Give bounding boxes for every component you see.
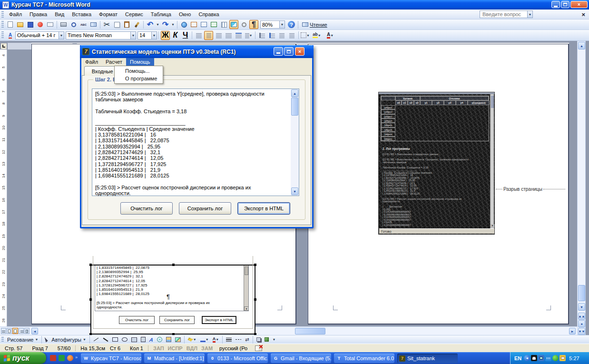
- log-scroll-down-icon[interactable]: ▼: [291, 187, 298, 195]
- dialog-close-button[interactable]: ×: [295, 47, 304, 56]
- player-tray-icon[interactable]: [552, 355, 559, 361]
- draw-menu-button[interactable]: Рисование▼: [5, 336, 40, 344]
- undo-dropdown-icon[interactable]: ▼: [156, 20, 160, 29]
- tables-borders-button[interactable]: [189, 20, 198, 29]
- paste-button[interactable]: [122, 20, 131, 29]
- language-indicator[interactable]: EN: [514, 355, 521, 361]
- insert-table-button[interactable]: [199, 20, 208, 29]
- columns-button[interactable]: [219, 20, 228, 29]
- font-color-button[interactable]: А▼: [324, 31, 336, 40]
- font-combo[interactable]: Times New Roman ▼: [66, 31, 136, 39]
- resize-handle[interactable]: [172, 264, 175, 266]
- normal-view-button[interactable]: [1, 328, 6, 334]
- dialog-menu-item[interactable]: Расчет: [102, 58, 126, 66]
- status-record-toggle[interactable]: ЗАП: [151, 345, 166, 351]
- menu-item[interactable]: Справка: [195, 10, 223, 19]
- export-html-button[interactable]: Экспорт в HTML: [237, 202, 290, 215]
- permission-button[interactable]: [36, 20, 45, 29]
- textbox-tool-button[interactable]: [129, 336, 139, 344]
- cut-button[interactable]: ✂: [102, 20, 111, 29]
- tab-stop-selector[interactable]: [0, 43, 7, 49]
- bulleted-list-button[interactable]: [267, 31, 276, 40]
- new-document-button[interactable]: [6, 20, 15, 29]
- select-browse-object-icon[interactable]: ●: [578, 320, 585, 327]
- vertical-scrollbar[interactable]: ▲ ▼ ▲▲ ● ▼▼: [577, 41, 586, 335]
- horizontal-scrollbar-thumb[interactable]: [295, 328, 325, 334]
- font-size-combo[interactable]: 14 ▼: [137, 31, 157, 39]
- format-painter-button[interactable]: [132, 20, 141, 29]
- taskbar-window-button[interactable]: G Gmail - Входящие (5...: [271, 354, 331, 363]
- distribute-button[interactable]: [234, 31, 243, 40]
- undo-button[interactable]: ↶: [146, 20, 155, 29]
- increase-indent-button[interactable]: [287, 31, 296, 40]
- dash-style-button[interactable]: [234, 336, 243, 344]
- display-tray-icon[interactable]: [538, 355, 544, 361]
- popup-menu-item[interactable]: Помощь...: [115, 67, 163, 75]
- highlight-button[interactable]: ab▼: [311, 31, 323, 40]
- status-column[interactable]: Кол 1: [125, 345, 148, 351]
- clock[interactable]: 5:27: [569, 355, 579, 361]
- vertical-scrollbar-thumb[interactable]: [578, 285, 585, 301]
- resize-handle[interactable]: [89, 264, 92, 266]
- dialog-menu-item-help[interactable]: Помощь: [126, 58, 154, 66]
- numbered-list-button[interactable]: [257, 31, 266, 40]
- status-language[interactable]: русский (Ро: [215, 345, 252, 351]
- email-button[interactable]: [46, 20, 55, 29]
- network-tray-icon[interactable]: [545, 355, 551, 361]
- spelling-button[interactable]: ABC: [79, 20, 88, 29]
- line-spacing-button[interactable]: ▼: [244, 31, 253, 40]
- fill-color-button[interactable]: ▼: [186, 336, 198, 344]
- bold-button[interactable]: Ж: [161, 31, 170, 40]
- toolbar-grip[interactable]: [1, 21, 4, 28]
- minimize-button[interactable]: [551, 1, 560, 8]
- insert-excel-button[interactable]: [209, 20, 218, 29]
- toolbar-grip[interactable]: [1, 337, 4, 343]
- style-dropdown-icon[interactable]: ▼: [59, 32, 64, 39]
- status-at[interactable]: На 15,3см: [76, 345, 110, 351]
- menu-item[interactable]: Файл: [5, 10, 26, 19]
- quicklaunch-icon-1[interactable]: [50, 355, 56, 361]
- quicklaunch-firefox-icon[interactable]: [67, 355, 73, 361]
- log-scrollbar[interactable]: ▲ ▼: [291, 89, 299, 196]
- print-button[interactable]: [59, 20, 68, 29]
- status-revision-toggle[interactable]: ИСПР: [166, 345, 185, 351]
- oval-tool-button[interactable]: [120, 336, 129, 344]
- status-extend-toggle[interactable]: ВДЛ: [185, 345, 199, 351]
- scroll-right-icon[interactable]: ►: [569, 328, 576, 334]
- dialog-minimize-button[interactable]: [274, 47, 283, 56]
- taskbar-window-button[interactable]: W Курсач ТС7 - Microso...: [81, 354, 141, 363]
- log-scroll-up-icon[interactable]: ▲: [291, 89, 298, 97]
- scroll-down-icon[interactable]: ▼: [578, 303, 585, 311]
- spelling-status-icon[interactable]: [255, 345, 262, 351]
- help-button[interactable]: ?: [287, 20, 296, 29]
- dialog-maximize-button[interactable]: [284, 47, 294, 56]
- popup-menu-item[interactable]: О программе: [115, 75, 163, 82]
- style-combo[interactable]: Обычный + 14 г ▼: [15, 31, 64, 39]
- taskbar-window-button-active[interactable]: 7 Sit_statrank: [397, 354, 458, 363]
- clipart-button[interactable]: [164, 336, 173, 344]
- line-color-button[interactable]: ▼: [198, 336, 211, 344]
- align-center-button[interactable]: [204, 31, 213, 40]
- status-line[interactable]: Ст 6: [110, 345, 125, 351]
- vertical-ruler[interactable]: 4567891011121314151617181920212223242526: [0, 49, 7, 326]
- resize-handle[interactable]: [254, 333, 256, 335]
- size-dropdown-icon[interactable]: ▼: [151, 32, 157, 39]
- outline-view-button[interactable]: [19, 328, 24, 334]
- zoom-combo[interactable]: 80% ▼: [260, 20, 285, 29]
- drawing-toggle-button[interactable]: [229, 20, 238, 29]
- align-right-button[interactable]: [214, 31, 223, 40]
- dialog-menu-item[interactable]: Файл: [81, 58, 102, 66]
- toolbar-overflow-icon[interactable]: ▼: [271, 336, 278, 344]
- save-log-button[interactable]: Сохранить лог: [179, 202, 231, 215]
- skull-tray-icon[interactable]: [531, 355, 537, 361]
- print-layout-view-button[interactable]: [12, 328, 18, 334]
- border-button[interactable]: ▼: [301, 31, 310, 40]
- embedded-report-screenshot-image[interactable]: № Опыта Уровни переменных Отклики x0x1x2…: [378, 92, 495, 235]
- read-mode-button[interactable]: Чтение: [300, 21, 330, 29]
- status-page[interactable]: Стр. 57: [0, 345, 27, 351]
- arrow-style-button[interactable]: ⇄: [243, 336, 251, 344]
- quicklaunch-icon-2[interactable]: [59, 355, 65, 361]
- resize-handle[interactable]: [172, 333, 175, 335]
- italic-button[interactable]: К: [171, 31, 180, 40]
- start-button[interactable]: пуск: [0, 352, 46, 364]
